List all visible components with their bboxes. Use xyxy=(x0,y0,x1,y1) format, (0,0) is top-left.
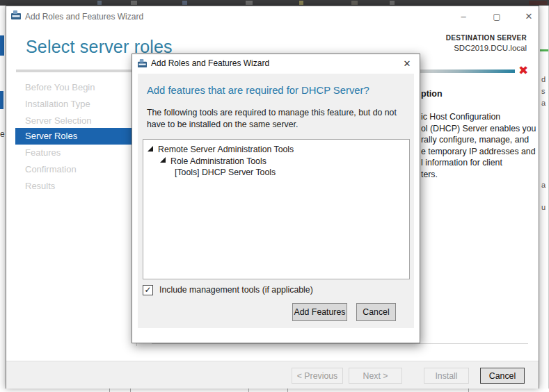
tree-item[interactable]: Remote Server Administration Tools xyxy=(158,144,294,155)
background-fragment xyxy=(97,1,102,5)
background-window-right-strip: d s a a u xyxy=(540,6,549,389)
background-fragment xyxy=(246,1,253,5)
cancel-button[interactable]: Cancel xyxy=(480,368,525,384)
sidebar-item-server-roles[interactable]: Server Roles xyxy=(15,128,132,145)
background-text-fragment: e xyxy=(0,129,5,139)
sidebar-item-server-selection[interactable]: Server Selection xyxy=(25,115,91,126)
background-text-fragment: a xyxy=(541,99,546,107)
background-close-fragment xyxy=(529,1,547,5)
description-text-fragment: ic Host Configuration ol (DHCP) Server e… xyxy=(421,111,536,180)
background-fragment xyxy=(287,389,288,392)
background-fragment xyxy=(299,1,303,5)
dialog-body-line: have to be installed on the same server. xyxy=(147,119,397,131)
tree-item[interactable]: [Tools] DHCP Server Tools xyxy=(175,167,276,178)
background-fragment xyxy=(351,1,358,5)
dialog-body-line: The following tools are required to mana… xyxy=(147,107,397,119)
background-fragment xyxy=(182,1,187,5)
maximize-button[interactable]: ▢ xyxy=(485,6,509,27)
expander-icon[interactable] xyxy=(148,146,153,152)
add-features-button[interactable]: Add Features xyxy=(292,303,347,321)
roles-list-border-fragment xyxy=(152,343,528,344)
description-line: ters. xyxy=(421,169,536,181)
dialog-close-icon[interactable]: ✕ xyxy=(398,54,416,73)
sidebar-item-features[interactable]: Features xyxy=(25,147,61,158)
background-text-fragment: a xyxy=(541,181,546,189)
minimize-button[interactable]: – xyxy=(452,6,475,27)
background-fragment xyxy=(0,35,4,56)
add-features-dialog: Add Roles and Features Wizard ✕ Add feat… xyxy=(132,54,420,343)
description-line: ol (DHCP) Server enables you xyxy=(421,123,536,135)
destination-server-block: DESTINATION SERVER SDC2019.DCU.local xyxy=(446,34,527,52)
dialog-heading: Add features that are required for DHCP … xyxy=(147,85,369,96)
window-title: Add Roles and Features Wizard xyxy=(25,6,143,27)
heading-divider-progress xyxy=(419,70,515,73)
wizard-app-icon xyxy=(11,10,21,20)
background-fragment xyxy=(248,389,249,392)
background-fragment xyxy=(468,389,469,392)
background-fragment xyxy=(109,389,110,392)
description-line: l information for client xyxy=(421,157,536,169)
background-text-fragment: u xyxy=(541,203,546,211)
dialog-content-panel: Add features that are required for DHCP … xyxy=(138,74,414,328)
destination-server-name: SDC2019.DCU.local xyxy=(446,44,527,52)
background-fragment xyxy=(0,91,3,109)
sidebar-item-installation-type[interactable]: Installation Type xyxy=(25,99,90,110)
background-fragment xyxy=(130,389,131,392)
tree-item[interactable]: Role Administration Tools xyxy=(170,156,266,167)
background-fragment xyxy=(131,1,137,5)
heading-divider xyxy=(16,70,132,72)
dialog-cancel-button[interactable]: Cancel xyxy=(356,303,396,321)
required-features-tree[interactable]: Remote Server Administration Tools Role … xyxy=(143,139,410,279)
description-line: e temporary IP addresses and xyxy=(421,146,536,158)
description-line: ic Host Configuration xyxy=(421,111,536,123)
dialog-body-text: The following tools are required to mana… xyxy=(147,107,397,131)
background-window-bottom-strip xyxy=(0,389,549,392)
description-heading-fragment: ption xyxy=(421,89,443,99)
sidebar-item-results[interactable]: Results xyxy=(25,181,55,192)
footer-bar: < Previous Next > Install Cancel xyxy=(6,361,539,389)
error-icon: ✖ xyxy=(518,63,528,78)
wizard-app-icon xyxy=(138,59,147,68)
background-text-fragment: s xyxy=(541,87,546,95)
include-management-tools-checkbox[interactable]: ✓ xyxy=(143,285,153,295)
sidebar-item-before-you-begin[interactable]: Before You Begin xyxy=(25,82,95,93)
background-text-fragment: d xyxy=(541,75,546,83)
background-window-top-strip xyxy=(0,0,549,6)
description-line: rally configure, manage, and xyxy=(421,134,536,146)
expander-icon[interactable] xyxy=(160,157,166,163)
close-button[interactable]: ✕ xyxy=(517,6,541,27)
install-button[interactable]: Install xyxy=(424,368,469,384)
destination-server-label: DESTINATION SERVER xyxy=(446,34,527,42)
background-window-left-strip: e xyxy=(0,6,6,389)
background-fragment xyxy=(390,1,395,5)
wizard-window: Add Roles and Features Wizard – ▢ ✕ Sele… xyxy=(6,6,539,389)
next-button[interactable]: Next > xyxy=(349,368,402,384)
background-green-underline xyxy=(540,49,548,51)
checkbox-label: Include management tools (if applicable) xyxy=(159,285,313,295)
sidebar-item-label: Server Roles xyxy=(25,128,77,145)
dialog-title: Add Roles and Features Wizard xyxy=(151,54,269,73)
title-bar[interactable]: Add Roles and Features Wizard – ▢ ✕ xyxy=(6,6,539,27)
sidebar-item-confirmation[interactable]: Confirmation xyxy=(25,164,77,175)
previous-button[interactable]: < Previous xyxy=(292,368,343,384)
